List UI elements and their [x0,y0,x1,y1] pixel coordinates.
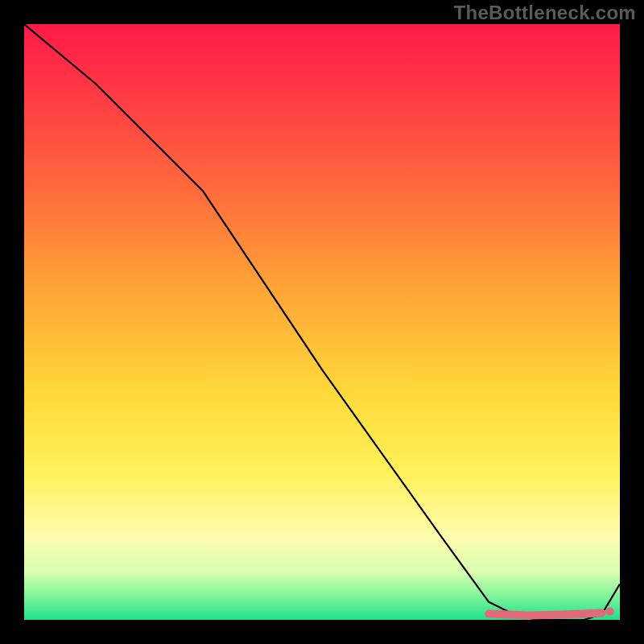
plot-area [24,24,620,620]
svg-point-0 [606,608,614,616]
watermark-text: TheBottleneck.com [454,2,636,24]
chart-svg [24,24,620,620]
valley-marker [489,608,614,616]
chart-frame: TheBottleneck.com [0,0,644,644]
bottleneck-curve [24,24,620,620]
